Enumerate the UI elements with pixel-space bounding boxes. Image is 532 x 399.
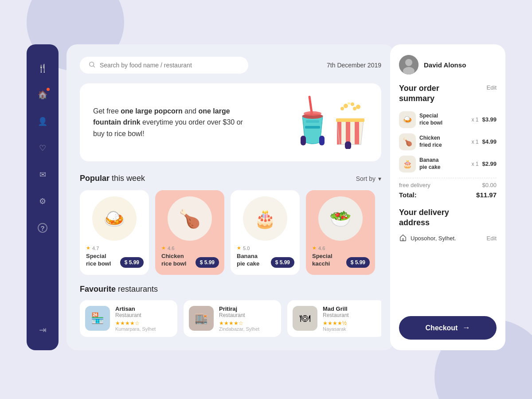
- sidebar-item-favorites[interactable]: ♡: [34, 139, 51, 157]
- restaurant-stars-2: ★★★★☆: [219, 320, 259, 326]
- svg-line-1: [94, 66, 95, 67]
- svg-rect-20: [345, 141, 351, 149]
- restaurant-name-2: Pritiraj: [219, 305, 259, 312]
- sidebar-item-messages[interactable]: ✉: [34, 166, 51, 184]
- svg-rect-19: [336, 118, 364, 122]
- restaurant-card-2[interactable]: 🏬 Pritiraj Restaurant ★★★★☆ Zindabazar, …: [184, 300, 281, 337]
- settings-icon: ⚙: [39, 196, 46, 206]
- order-item-img-3: 🎂: [399, 156, 416, 172]
- restaurant-stars-3: ★★★★½: [323, 320, 349, 326]
- notification-dot: [47, 88, 50, 91]
- svg-point-11: [351, 102, 354, 106]
- food-card-3[interactable]: 🎂 ★ 5.0 Bananapie cake $ 5.99: [231, 190, 300, 275]
- checkout-label: Checkout: [426, 324, 458, 332]
- delivery-address-row: Uposohor, Sylhet. Edit: [399, 234, 497, 243]
- food-image-2: 🍗: [168, 196, 212, 241]
- restaurant-card-1[interactable]: 🏪 Artisan Restaurant ★★★★☆ Kumarpara, Sy…: [80, 300, 177, 337]
- order-item-3: 🎂 Bananapie cake x 1 $2.99: [399, 156, 497, 172]
- restaurant-type-3: Restaurant: [323, 312, 349, 318]
- sort-by-button[interactable]: Sort by ▾: [356, 175, 381, 182]
- restaurant-thumb-2: 🏬: [189, 306, 214, 331]
- svg-point-7: [304, 111, 321, 116]
- main-content: 7th December 2019 Get free one large pop…: [66, 44, 395, 350]
- restaurant-location-1: Kumarpara, Sylhet: [115, 326, 156, 332]
- popular-section-header: Popular this week Sort by ▾: [80, 174, 381, 183]
- food-cards-list: 🍛 ★ 4.7 Specialrice bowl $ 5.99 🍗 ★ 4.6 …: [80, 190, 381, 275]
- order-title: Your ordersummary: [399, 83, 439, 104]
- food-price-4: $ 5.99: [346, 257, 370, 268]
- edit-address-button[interactable]: Edit: [487, 235, 497, 242]
- svg-point-22: [405, 59, 412, 66]
- svg-rect-18: [355, 120, 359, 145]
- sidebar-item-settings[interactable]: ⚙: [34, 192, 51, 210]
- user-avatar: [399, 55, 419, 74]
- chevron-down-icon: ▾: [378, 175, 381, 182]
- order-item-name-3: Bananapie cake: [419, 157, 468, 171]
- promo-banner: Get free one large popcorn and one large…: [80, 83, 381, 161]
- promo-images: [297, 96, 368, 149]
- logout-button[interactable]: ⇥: [39, 325, 47, 335]
- checkout-button[interactable]: Checkout →: [399, 316, 497, 340]
- order-item-price-3: $2.99: [482, 160, 497, 167]
- food-card-4[interactable]: 🥗 ★ 4.6 Specialkacchi $ 5.99: [306, 190, 375, 275]
- search-input[interactable]: [100, 62, 239, 69]
- order-divider: [399, 178, 497, 178]
- order-item-name-1: Specialrice bowl: [419, 113, 468, 126]
- svg-rect-4: [306, 120, 319, 123]
- restaurant-type-1: Restaurant: [115, 312, 156, 318]
- restaurant-thumb-1: 🏪: [85, 306, 110, 331]
- svg-point-13: [340, 107, 344, 110]
- food-price-3: $ 5.99: [271, 257, 294, 268]
- total-price: $11.97: [476, 191, 497, 199]
- restaurant-card-3[interactable]: 🍽 Mad Grill Restaurant ★★★★½ Nayasarak: [287, 300, 381, 337]
- user-info: David Alonso: [399, 55, 497, 74]
- sidebar-item-home[interactable]: 🏠: [34, 86, 51, 104]
- svg-point-15: [348, 102, 350, 105]
- right-panel: David Alonso Your ordersummary Edit 🍛 Sp…: [390, 44, 505, 350]
- food-image-1: 🍛: [92, 196, 137, 241]
- edit-order-button[interactable]: Edit: [487, 84, 497, 91]
- drink-cup-icon: [297, 96, 328, 149]
- restaurant-info-1: Artisan Restaurant ★★★★☆ Kumarpara, Sylh…: [115, 305, 156, 332]
- order-item-img-2: 🍗: [399, 133, 416, 150]
- svg-rect-17: [346, 120, 350, 145]
- svg-point-14: [353, 107, 356, 110]
- mail-icon: ✉: [39, 170, 46, 180]
- restaurant-location-3: Nayasarak: [323, 326, 349, 332]
- food-rating-1: ★ 4.7: [86, 245, 143, 251]
- delivery-label: free delivery: [399, 182, 430, 188]
- sidebar-item-food[interactable]: 🍴: [34, 59, 51, 77]
- order-item-1: 🍛 Specialrice bowl x 1 $3.99: [399, 111, 497, 128]
- svg-rect-9: [319, 136, 325, 145]
- restaurant-info-2: Pritiraj Restaurant ★★★★☆ Zindabazar, Sy…: [219, 305, 259, 332]
- checkout-arrow-icon: →: [462, 323, 470, 332]
- search-bar[interactable]: [80, 57, 248, 74]
- restaurant-info-3: Mad Grill Restaurant ★★★★½ Nayasarak: [323, 305, 349, 332]
- popcorn-box-icon: [332, 102, 368, 149]
- svg-rect-8: [301, 136, 306, 145]
- svg-rect-24: [402, 238, 404, 240]
- popular-title: Popular this week: [80, 174, 145, 183]
- food-rating-4: ★ 4.6: [312, 245, 369, 251]
- food-rating-2: ★ 4.6: [161, 245, 218, 251]
- restaurant-name-3: Mad Grill: [323, 305, 349, 312]
- food-image-4: 🥗: [318, 196, 363, 241]
- restaurant-cards-list: 🏪 Artisan Restaurant ★★★★☆ Kumarpara, Sy…: [80, 300, 381, 337]
- total-row: Total: $11.97: [399, 191, 497, 199]
- delivery-title: Your deliveryaddress: [399, 207, 497, 228]
- restaurant-type-2: Restaurant: [219, 312, 259, 318]
- order-item-qty-2: x 1: [471, 139, 478, 145]
- search-icon: [89, 61, 95, 69]
- delivery-section: Your deliveryaddress Uposohor, Sylhet. E…: [399, 207, 497, 243]
- user-name: David Alonso: [424, 61, 466, 69]
- food-image-3: 🎂: [243, 196, 287, 241]
- food-card-1[interactable]: 🍛 ★ 4.7 Specialrice bowl $ 5.99: [80, 190, 149, 275]
- order-item-name-2: Chickenfried rice: [419, 135, 468, 149]
- svg-point-10: [344, 104, 348, 108]
- total-label: Total:: [399, 191, 417, 199]
- food-card-2[interactable]: 🍗 ★ 4.6 Chickenrice bowl $ 5.99: [155, 190, 224, 275]
- logout-icon: ⇥: [39, 325, 47, 335]
- sidebar-item-profile[interactable]: 👤: [34, 113, 51, 130]
- sidebar-item-help[interactable]: ?: [34, 219, 51, 237]
- home-nav-icon: 🏠: [38, 90, 47, 100]
